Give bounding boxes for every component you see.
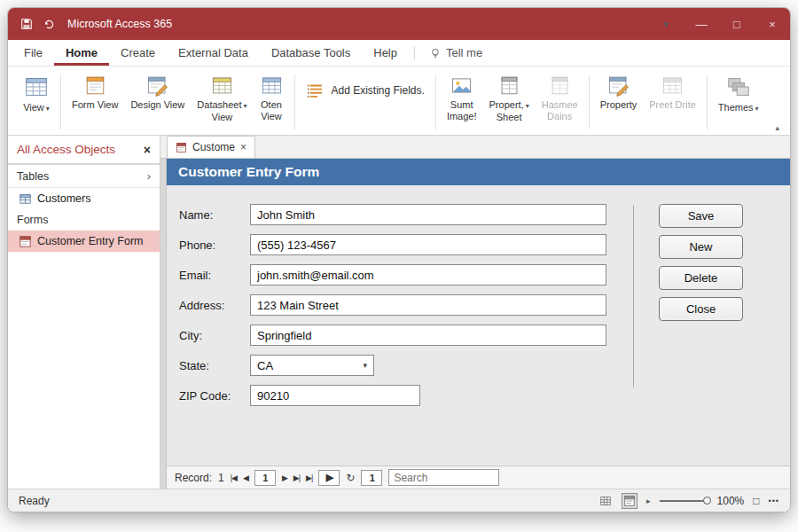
close-pane-icon[interactable]: × (144, 143, 151, 157)
tab-create[interactable]: Create (109, 40, 167, 66)
disabled-ribbon-button-2: Preet Drite (643, 71, 702, 133)
document-area: Custome × Customer Entry Form Name: (160, 136, 790, 489)
separator (707, 74, 708, 129)
minimize-button[interactable]: — (684, 8, 719, 40)
property-sheet-button[interactable]: Propert,▾Sheet (483, 71, 536, 133)
maximize-button[interactable]: □ (719, 8, 755, 40)
close-form-button[interactable]: Close (659, 297, 743, 321)
undo-icon[interactable] (43, 19, 55, 30)
tab-close-icon[interactable]: × (240, 141, 246, 153)
zip-label: ZIP Code: (179, 389, 250, 403)
city-field[interactable] (250, 325, 606, 346)
address-field[interactable] (250, 294, 606, 316)
forms-group-header[interactable]: Forms (8, 209, 160, 231)
fit-to-window-icon[interactable]: □ (753, 495, 759, 507)
tables-group-header[interactable]: Tables › (8, 165, 160, 188)
tell-me-box[interactable]: Tell me (420, 40, 491, 66)
add-existing-fields-label: Add Existing Fields. (332, 84, 425, 97)
access-window: Microsoft Access 365 ▾ — □ × File Home C… (7, 7, 791, 512)
zip-field[interactable] (250, 385, 420, 406)
new-button[interactable]: New (659, 235, 743, 259)
form-buttons: Save New Delete Close (659, 204, 743, 466)
name-field[interactable] (250, 204, 606, 225)
tab-customer-form[interactable]: Custome × (167, 136, 255, 158)
next-record-button[interactable]: ▶ (282, 473, 287, 482)
document-tab-bar: Custome × (160, 136, 790, 159)
status-bar: Ready ▸ 100% □ ••• (8, 489, 790, 512)
caret-right-icon: ▸ (646, 497, 651, 505)
new-record-button[interactable]: ▶ (318, 470, 340, 486)
form-view-icon (83, 74, 107, 98)
last-record-button-alt[interactable]: ▶| (306, 473, 312, 482)
property-icon (606, 74, 630, 98)
phone-label: Phone: (179, 239, 250, 252)
filter-indicator[interactable]: 1 (361, 470, 382, 486)
add-existing-fields-button[interactable]: Add Existing Fields. (300, 78, 431, 102)
content-area: All Access Objects × Tables › Customers … (8, 136, 790, 489)
separator (435, 74, 436, 129)
ribbon-options-chevron-icon[interactable]: ▾ (648, 8, 684, 40)
zoom-slider-knob[interactable] (703, 497, 711, 505)
email-field[interactable] (250, 264, 606, 286)
zoom-slider[interactable] (660, 500, 708, 502)
address-label: Address: (179, 299, 250, 312)
insert-image-button[interactable]: SumtImage! (441, 71, 483, 133)
themes-button[interactable]: Themes▾ (712, 71, 765, 133)
sidebar-item-customers[interactable]: Customers (8, 188, 160, 209)
tab-file[interactable]: File (8, 40, 54, 66)
other-view-button[interactable]: OtenView (254, 71, 290, 133)
form-title-bar: Customer Entry Form (167, 159, 790, 185)
tell-me-label: Tell me (446, 46, 482, 59)
datasheet-view-icon (210, 74, 234, 98)
close-button[interactable]: × (755, 8, 790, 40)
current-record-box[interactable]: 1 (254, 470, 276, 486)
status-bar-right: ▸ 100% □ ••• (598, 493, 779, 509)
status-text: Ready (19, 495, 50, 507)
field-list-icon (306, 81, 325, 100)
sidebar-item-customer-entry-form[interactable]: Customer Entry Form (8, 231, 160, 252)
navigation-pane-title: All Access Objects (17, 143, 115, 156)
form-icon (176, 142, 187, 153)
first-record-button[interactable]: |◀ (231, 473, 237, 482)
form-view-status-button[interactable] (622, 493, 638, 509)
delete-button[interactable]: Delete (659, 266, 743, 290)
last-record-button[interactable]: ▶| (293, 473, 300, 482)
tab-database-tools[interactable]: Database Tools (260, 40, 362, 66)
disabled-icon (548, 74, 572, 98)
separator (589, 74, 590, 129)
ribbon-tabs: File Home Create External Data Database … (8, 40, 790, 66)
design-view-button[interactable]: Design View (124, 71, 191, 133)
datasheet-view-status-button[interactable] (598, 494, 613, 508)
chevron-down-icon: ▾ (363, 361, 367, 370)
field-row-address: Address: (179, 294, 606, 316)
form-view-button[interactable]: Form View (66, 71, 124, 133)
more-options-icon[interactable]: ••• (769, 497, 779, 505)
save-icon[interactable] (20, 18, 33, 30)
form-title: Customer Entry Form (178, 164, 319, 180)
tab-external-data[interactable]: External Data (167, 40, 260, 66)
ribbon: View▾ Form View Design View Datasheet▾Vi… (8, 66, 790, 136)
navigation-pane-header: All Access Objects × (8, 136, 160, 165)
record-search-input[interactable] (388, 469, 499, 486)
separator (633, 206, 634, 387)
previous-record-button[interactable]: ◀ (243, 473, 248, 482)
form-fields: Name: Phone: Email: Address: (179, 204, 606, 466)
datasheet-view-icon (599, 495, 612, 507)
property-button[interactable]: Property (594, 71, 644, 133)
refresh-icon[interactable]: ↻ (346, 472, 355, 484)
collapse-ribbon-icon[interactable]: ▴ (775, 123, 779, 132)
form-document: Customer Entry Form Name: Phone: (166, 159, 790, 489)
field-row-phone: Phone: (179, 234, 606, 255)
view-button[interactable]: View▾ (17, 71, 56, 133)
email-label: Email: (179, 269, 250, 282)
phone-field[interactable] (250, 234, 606, 255)
tab-home[interactable]: Home (54, 40, 109, 66)
datasheet-view-button[interactable]: Datasheet▾View (191, 71, 253, 133)
state-select[interactable]: CA ▾ (250, 355, 374, 376)
chevron-right-icon: › (147, 169, 151, 183)
field-row-state: State: CA ▾ (179, 355, 606, 376)
tab-help[interactable]: Help (362, 40, 409, 66)
design-view-icon (145, 74, 169, 98)
property-sheet-icon (497, 74, 521, 98)
save-button[interactable]: Save (659, 204, 743, 228)
